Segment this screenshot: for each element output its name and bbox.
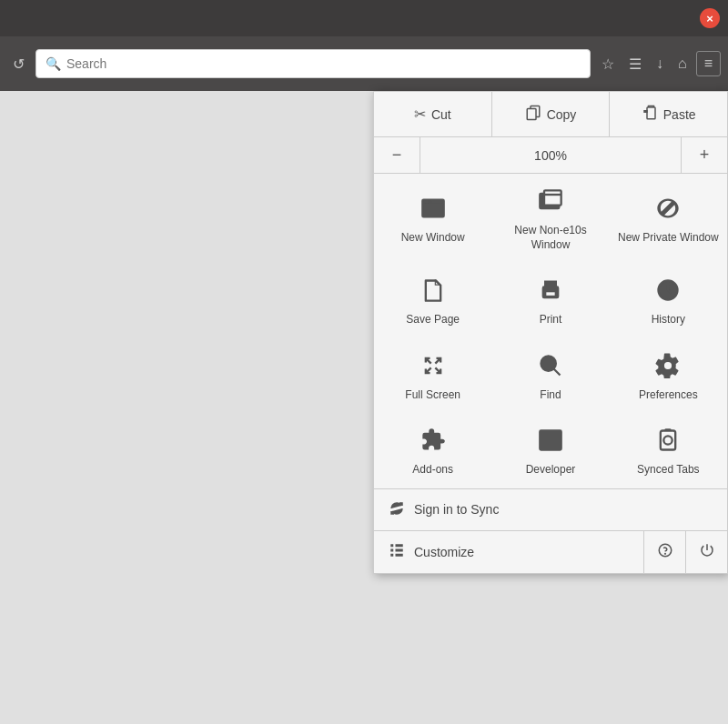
synced-tabs-label: Synced Tabs (637, 463, 700, 478)
paste-button[interactable]: Paste (609, 92, 727, 136)
svg-rect-22 (665, 429, 672, 431)
synced-tabs-button[interactable]: Synced Tabs (610, 413, 727, 488)
icon-grid: New Window New Non-e10s Window (374, 174, 727, 489)
developer-button[interactable]: Developer (491, 413, 609, 488)
new-non-e10s-window-icon (538, 188, 563, 218)
svg-rect-2 (647, 107, 655, 119)
svg-rect-3 (643, 110, 648, 113)
zoom-out-icon: − (392, 146, 402, 165)
print-button[interactable]: Print (491, 263, 609, 338)
new-non-e10s-window-label: New Non-e10s Window (499, 224, 602, 252)
close-button[interactable]: × (700, 8, 720, 28)
reading-list-icon: ☰ (629, 56, 642, 72)
synced-tabs-icon (655, 427, 681, 458)
title-bar: × (0, 0, 728, 36)
copy-button[interactable]: Copy (491, 92, 610, 136)
reload-button[interactable]: ↺ (7, 52, 30, 76)
sync-icon (389, 500, 405, 519)
zoom-level-value: 100% (534, 148, 567, 163)
svg-rect-13 (545, 291, 556, 297)
svg-rect-28 (396, 554, 403, 557)
reload-icon: ↺ (13, 55, 25, 73)
search-input[interactable] (66, 56, 581, 71)
print-label: Print (540, 313, 562, 327)
sign-in-to-sync-label: Sign in to Sync (414, 502, 499, 517)
new-window-button[interactable]: New Window (374, 174, 491, 263)
search-icon: 🔍 (46, 56, 61, 71)
print-icon (538, 277, 563, 307)
customize-icon (389, 542, 405, 561)
bookmark-icon: ☆ (602, 56, 614, 72)
history-icon (655, 277, 681, 307)
zoom-in-icon: + (700, 146, 710, 165)
svg-rect-23 (390, 545, 393, 548)
power-icon (699, 542, 715, 562)
home-button[interactable]: ⌂ (672, 52, 693, 75)
reading-list-button[interactable]: ☰ (623, 52, 647, 76)
zoom-in-button[interactable]: + (682, 137, 727, 173)
new-private-window-label: New Private Window (618, 231, 719, 246)
customize-row: Customize (374, 531, 727, 573)
search-bar: 🔍 (35, 49, 591, 78)
new-window-icon (420, 196, 446, 226)
home-icon: ⌂ (678, 55, 687, 71)
full-screen-icon (420, 353, 446, 383)
nav-bar: ↺ 🔍 ☆ ☰ ↓ ⌂ ≡ (0, 36, 728, 91)
customize-button[interactable]: Customize (374, 531, 643, 573)
developer-label: Developer (526, 463, 576, 478)
new-private-window-button[interactable]: New Private Window (610, 174, 727, 263)
svg-rect-1 (527, 108, 536, 119)
svg-rect-26 (396, 545, 403, 548)
cut-label: Cut (431, 107, 451, 122)
full-screen-label: Full Screen (405, 388, 460, 403)
save-page-label: Save Page (406, 313, 460, 327)
preferences-button[interactable]: Preferences (610, 338, 727, 414)
history-button[interactable]: History (610, 263, 727, 338)
zoom-level-display: 100% (420, 137, 682, 173)
paste-label: Paste (663, 107, 696, 122)
sign-in-to-sync-button[interactable]: Sign in to Sync (374, 489, 727, 531)
help-button[interactable] (643, 531, 685, 573)
bookmark-button[interactable]: ☆ (596, 52, 620, 76)
svg-rect-24 (390, 549, 393, 552)
new-window-label: New Window (401, 231, 465, 246)
find-label: Find (540, 388, 561, 403)
menu-button[interactable]: ≡ (696, 51, 721, 76)
power-button[interactable] (685, 531, 727, 573)
developer-icon (538, 427, 563, 458)
history-label: History (652, 313, 685, 327)
cut-icon: ✂ (414, 106, 426, 123)
preferences-label: Preferences (639, 388, 698, 403)
cut-button[interactable]: ✂ Cut (374, 92, 491, 136)
download-icon: ↓ (656, 55, 663, 71)
add-ons-icon (420, 427, 446, 458)
preferences-icon (655, 353, 681, 383)
copy-icon (525, 105, 541, 125)
dropdown-menu: ✂ Cut Copy (373, 91, 728, 574)
full-screen-button[interactable]: Full Screen (374, 338, 491, 414)
find-icon (538, 353, 563, 383)
main-content: ✂ Cut Copy (0, 91, 728, 724)
save-page-button[interactable]: Save Page (374, 263, 491, 338)
svg-point-14 (555, 288, 557, 290)
find-button[interactable]: Find (491, 338, 609, 414)
svg-rect-25 (390, 554, 393, 557)
customize-label: Customize (414, 545, 474, 559)
add-ons-button[interactable]: Add-ons (374, 413, 491, 488)
svg-point-20 (541, 356, 555, 370)
svg-rect-27 (396, 549, 403, 552)
save-page-icon (420, 277, 446, 307)
paste-icon (642, 105, 658, 125)
download-button[interactable]: ↓ (651, 52, 669, 75)
customize-action-icons (643, 531, 727, 573)
help-icon (657, 542, 673, 562)
copy-label: Copy (547, 107, 577, 122)
new-private-window-icon (655, 196, 681, 226)
svg-line-21 (553, 368, 560, 375)
zoom-out-button[interactable]: − (374, 137, 420, 173)
zoom-row: − 100% + (374, 137, 727, 174)
new-non-e10s-window-button[interactable]: New Non-e10s Window (491, 174, 609, 263)
svg-point-30 (664, 553, 665, 554)
svg-rect-10 (544, 190, 561, 205)
hamburger-icon: ≡ (704, 55, 713, 71)
